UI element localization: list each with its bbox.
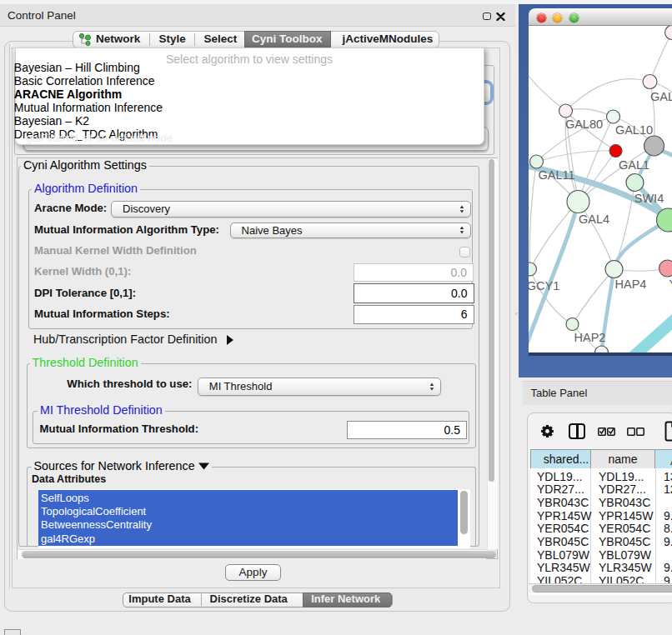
svg-text:GAL11: GAL11 [538,168,574,182]
svg-text:HAP4: HAP4 [614,278,646,291]
svg-text:GAL1: GAL1 [618,158,649,172]
svg-text:Y: Y [669,278,672,291]
svg-text:GCY1: GCY1 [529,279,559,292]
svg-text:GAL10: GAL10 [614,123,652,137]
svg-text:HAP2: HAP2 [574,331,605,344]
svg-text:GAL: GAL [650,90,672,103]
svg-text:GAL80: GAL80 [564,118,602,131]
svg-text:SWI4: SWI4 [634,192,663,205]
svg-text:GAL4: GAL4 [578,212,609,226]
